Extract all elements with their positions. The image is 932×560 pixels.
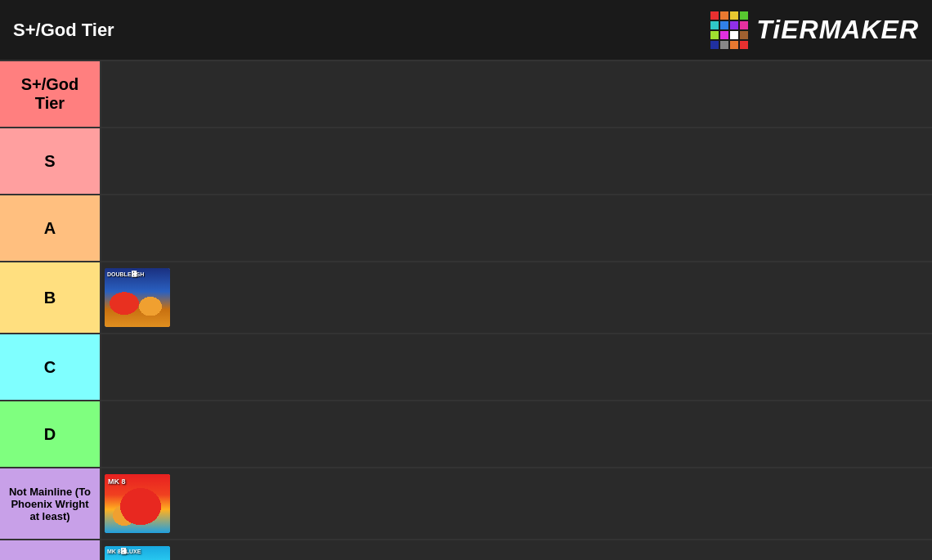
- mk8-deluxe-image: [105, 546, 170, 560]
- tier-table: S+/God Tier TiERMAKER: [0, 0, 932, 560]
- tier-content-b: [100, 262, 932, 333]
- logo-cell: [730, 41, 738, 49]
- tier-label-b: B: [0, 262, 100, 333]
- game-item-mk8-deluxe[interactable]: [105, 546, 170, 560]
- header-title: S+/God Tier: [13, 20, 114, 41]
- tier-label-s: S: [0, 128, 100, 194]
- logo-cell: [730, 11, 738, 20]
- logo-cell: [720, 31, 728, 39]
- logo-cell: [720, 21, 728, 29]
- tier-row-b: B: [0, 262, 932, 334]
- logo-cell: [720, 41, 728, 49]
- logo-cell: [710, 31, 719, 39]
- tier-row-d: D: [0, 401, 932, 468]
- logo-cell: [740, 31, 748, 39]
- tier-content-not-mainline-at-all: [100, 540, 932, 560]
- tier-row-not-mainline: Not Mainline (To Phoenix Wright at least…: [0, 468, 932, 540]
- tier-content-a: [100, 195, 932, 261]
- tier-label-a: A: [0, 195, 100, 261]
- tier-label-not-mainline-at-all: Not Mainline at all: [0, 540, 100, 560]
- game-item-double-dash[interactable]: [105, 268, 170, 327]
- tier-label-not-mainline: Not Mainline (To Phoenix Wright at least…: [0, 468, 100, 539]
- tier-content-d: [100, 401, 932, 467]
- logo-cell: [710, 11, 719, 20]
- tier-row-s: S: [0, 128, 932, 195]
- tier-content-splus: [100, 61, 932, 127]
- tier-row-c: C: [0, 334, 932, 401]
- tiermaker-logo: TiERMAKER: [710, 11, 919, 49]
- mk8-image: [105, 474, 170, 533]
- logo-cell: [730, 21, 738, 29]
- tiermaker-logo-text: TiERMAKER: [756, 15, 919, 45]
- header: S+/God Tier TiERMAKER: [0, 0, 932, 61]
- logo-cell: [710, 41, 719, 49]
- tier-content-not-mainline: [100, 468, 932, 539]
- tier-label-c: C: [0, 334, 100, 400]
- tier-content-c: [100, 334, 932, 400]
- game-item-mk8[interactable]: [105, 474, 170, 533]
- tier-label-splus: S+/God Tier: [0, 61, 100, 127]
- tier-row-not-mainline-at-all: Not Mainline at all: [0, 540, 932, 560]
- logo-cell: [710, 21, 719, 29]
- logo-grid-icon: [710, 11, 748, 49]
- logo-cell: [740, 41, 748, 49]
- logo-cell: [720, 11, 728, 20]
- tier-content-s: [100, 128, 932, 194]
- logo-cell: [740, 21, 748, 29]
- logo-cell: [740, 11, 748, 20]
- tier-row-splus: S+/God Tier: [0, 61, 932, 128]
- double-dash-image: [105, 268, 170, 327]
- tier-label-d: D: [0, 401, 100, 467]
- tier-row-a: A: [0, 195, 932, 262]
- logo-cell: [730, 31, 738, 39]
